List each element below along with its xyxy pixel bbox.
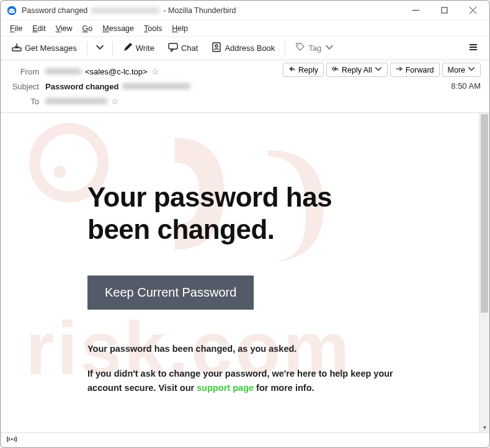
message-header: Reply Reply All Forward More 8:50 AM Fro…	[1, 60, 489, 113]
title-redacted	[91, 7, 159, 14]
more-button[interactable]: More	[442, 63, 481, 77]
tag-icon	[295, 42, 305, 54]
menu-message[interactable]: Message	[98, 22, 138, 35]
statusbar	[1, 432, 489, 447]
keep-password-button[interactable]: Keep Current Password	[87, 276, 254, 310]
svg-point-16	[11, 438, 13, 440]
message-actions: Reply Reply All Forward More	[283, 63, 481, 77]
hamburger-icon	[468, 42, 478, 54]
email-heading: Your password has been changed.	[87, 181, 466, 246]
inbox-download-icon	[12, 42, 22, 54]
forward-label: Forward	[406, 66, 434, 74]
chevron-down-icon	[375, 65, 382, 74]
reply-all-icon	[332, 65, 339, 74]
to-redacted	[45, 98, 107, 104]
tag-label: Tag	[308, 43, 321, 53]
menu-edit[interactable]: Edit	[28, 22, 50, 35]
scroll-down-icon[interactable]: ▾	[479, 422, 489, 432]
reply-button[interactable]: Reply	[283, 63, 324, 77]
heading-line1: Your password has	[87, 182, 332, 212]
subject-label: Subject	[9, 82, 39, 91]
svg-rect-6	[169, 43, 177, 49]
from-redacted	[45, 68, 81, 74]
tag-button[interactable]: Tag	[290, 39, 339, 57]
separator	[112, 42, 113, 55]
write-button[interactable]: Write	[118, 39, 159, 57]
reply-all-button[interactable]: Reply All	[326, 63, 388, 77]
p2-part-b: for more info.	[254, 383, 314, 393]
scrollbar[interactable]: ▴ ▾	[479, 113, 489, 432]
more-label: More	[448, 66, 465, 74]
chevron-down-icon	[95, 42, 105, 54]
subject-row: Subject Password changed	[9, 79, 481, 94]
menu-tools[interactable]: Tools	[140, 22, 166, 35]
title-prefix: Password changed	[22, 6, 87, 15]
scrollbar-thumb[interactable]	[481, 114, 488, 313]
forward-button[interactable]: Forward	[390, 63, 440, 77]
subject-redacted	[122, 83, 190, 89]
get-messages-button[interactable]: Get Messages	[7, 39, 82, 57]
app-menu-button[interactable]	[463, 39, 483, 57]
chevron-down-icon	[468, 65, 475, 74]
support-page-link[interactable]: support page	[197, 383, 254, 393]
menubar: File Edit View Go Message Tools Help	[1, 20, 489, 37]
reply-all-label: Reply All	[342, 66, 372, 74]
app-window: Password changed - Mozilla Thunderbird F…	[0, 0, 490, 448]
address-book-icon	[212, 42, 221, 54]
chevron-down-icon	[324, 42, 334, 54]
reply-label: Reply	[298, 66, 318, 74]
chat-label: Chat	[181, 43, 198, 53]
svg-point-9	[298, 45, 299, 46]
email-p1: Your password has been changed, as you a…	[87, 342, 410, 356]
menu-view[interactable]: View	[51, 22, 77, 35]
from-label: From	[9, 67, 39, 76]
window-controls	[401, 1, 487, 20]
subject-value: Password changed	[45, 82, 118, 91]
chat-icon	[168, 42, 178, 54]
toolbar: Get Messages Write Chat Address Book Tag	[1, 37, 489, 60]
message-body-wrap: risk.com Your password has been changed.…	[1, 113, 489, 432]
email-body-text: Your password has been changed, as you a…	[87, 342, 410, 395]
menu-go[interactable]: Go	[78, 22, 97, 35]
get-messages-label: Get Messages	[25, 43, 77, 53]
to-row: To ☆	[9, 94, 481, 109]
email-content: Your password has been changed. Keep Cur…	[1, 113, 479, 395]
title-suffix: - Mozilla Thunderbird	[163, 6, 236, 15]
address-book-label: Address Book	[225, 43, 275, 53]
app-icon	[7, 6, 17, 16]
maximize-button[interactable]	[430, 1, 458, 20]
star-icon[interactable]: ☆	[111, 96, 119, 106]
menu-help[interactable]: Help	[167, 22, 192, 35]
window-title: Password changed - Mozilla Thunderbird	[22, 6, 236, 15]
address-book-button[interactable]: Address Book	[207, 39, 280, 57]
reply-icon	[288, 65, 296, 74]
titlebar: Password changed - Mozilla Thunderbird	[1, 1, 489, 20]
chat-button[interactable]: Chat	[163, 39, 203, 57]
svg-rect-2	[442, 7, 447, 13]
write-label: Write	[136, 43, 154, 53]
svg-point-8	[215, 45, 218, 47]
message-body: risk.com Your password has been changed.…	[1, 113, 479, 432]
get-messages-dropdown[interactable]	[92, 39, 107, 57]
forward-icon	[396, 65, 403, 74]
separator	[285, 42, 285, 55]
heading-line2: been changed.	[87, 214, 275, 244]
close-button[interactable]	[458, 1, 487, 20]
minimize-button[interactable]	[401, 1, 430, 20]
to-label: To	[9, 97, 39, 106]
message-time: 8:50 AM	[451, 81, 481, 91]
from-value[interactable]: <sales@c-lc.top>	[85, 67, 148, 76]
star-icon[interactable]: ☆	[151, 66, 159, 76]
broadcast-icon	[7, 435, 17, 446]
email-p2: If you didn't ask to change your passwor…	[87, 367, 410, 395]
separator	[87, 42, 87, 55]
pencil-icon	[123, 42, 133, 54]
menu-file[interactable]: File	[6, 22, 27, 35]
